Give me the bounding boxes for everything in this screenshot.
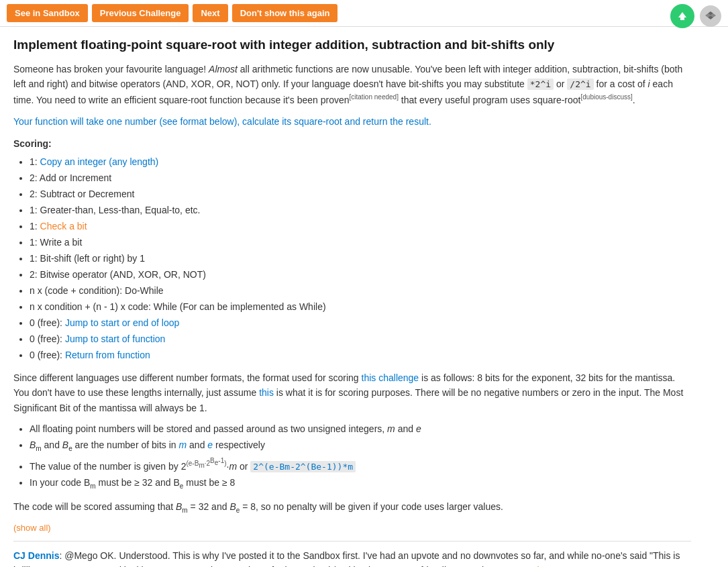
intro-mid: or	[554, 79, 567, 89]
scoring-item-11: 0 (free): Jump to start or end of loop	[30, 316, 691, 330]
top-bar: See in Sandbox Previous Challenge Next D…	[0, 0, 728, 27]
intro-part2: for a cost of	[594, 79, 648, 89]
dropbox-icon[interactable]	[700, 5, 721, 27]
dont-show-button[interactable]: Don't show this again	[232, 4, 338, 22]
top-bar-right	[670, 4, 721, 28]
scoring-item-8: 2: Bitwise operator (AND, XOR, OR, NOT)	[30, 268, 691, 282]
scoring-list: 1: Copy an integer (any length) 2: Add o…	[30, 155, 691, 362]
sandbox-button[interactable]: See in Sandbox	[7, 4, 88, 22]
main-content: Implement floating-point square-root wit…	[0, 27, 705, 567]
scoring-label: Scoring:	[13, 136, 691, 151]
scoring-item-1: 1: Copy an integer (any length)	[30, 155, 691, 169]
format-item-2: Bm and Be are the number of bits in m an…	[30, 438, 691, 454]
scoring-item-10: n x condition + (n - 1) x code: While (F…	[30, 300, 691, 314]
code2: /2^i	[567, 79, 593, 90]
format-item-3: The value of the number is given by 2(e-…	[30, 456, 691, 474]
scoring-item-13: 0 (free): Return from function	[30, 348, 691, 362]
scoring-item-3: 2: Subtract or Decrement	[30, 187, 691, 201]
scoring-item-12: 0 (free): Jump to start of function	[30, 332, 691, 346]
reputation-icon[interactable]	[670, 4, 694, 28]
format-item-1: All floating point numbers will be store…	[30, 422, 691, 436]
function-desc: Your function will take one number (see …	[13, 114, 691, 129]
intro-end: .	[633, 95, 635, 105]
scoring-item-5: 1: Check a bit	[30, 219, 691, 234]
prev-challenge-button[interactable]: Previous Challenge	[92, 4, 189, 22]
commenter-1-name[interactable]: CJ Dennis	[13, 550, 59, 561]
scoring-note: The code will be scored assuming that Bm…	[13, 499, 691, 516]
comment-1: CJ Dennis: @Mego OK. Understood. This is…	[13, 548, 691, 567]
intro-part1: Someone has broken your favourite langua…	[13, 64, 209, 74]
format-text: Since different languages use different …	[13, 370, 691, 415]
divider-1	[13, 541, 691, 542]
page-title: Implement floating-point square-root wit…	[13, 38, 691, 52]
citation: [citation needed]	[350, 93, 399, 101]
code1: *2^i	[527, 79, 554, 90]
scoring-item-7: 1: Bit-shift (left or right) by 1	[30, 252, 691, 266]
format-list: All floating point numbers will be store…	[30, 422, 691, 491]
format-item-4: In your code Bm must be ≥ 32 and Be must…	[30, 476, 691, 491]
intro-part3: that every useful program uses square-ro…	[399, 95, 581, 105]
scoring-item-6: 1: Write a bit	[30, 236, 691, 250]
next-button[interactable]: Next	[193, 4, 227, 22]
dubious: [dubious-discuss]	[580, 93, 632, 101]
scoring-item-9: n x (code + condition): Do-While	[30, 284, 691, 298]
scoring-item-2: 2: Add or Increment	[30, 171, 691, 185]
scoring-item-4: 1: Greater-than, Less-than, Equal-to, et…	[30, 203, 691, 217]
formula-code: 2^(e-Bm-2^(Be-1))*m	[250, 461, 356, 472]
comment-1-intro: : @Mego OK. Understood. This is why I've…	[59, 550, 649, 561]
show-all-link[interactable]: (show all)	[13, 523, 691, 533]
comment-section: CJ Dennis: @Mego OK. Understood. This is…	[13, 548, 691, 567]
intro-italic: Almost	[209, 64, 238, 74]
intro-paragraph: Someone has broken your favourite langua…	[13, 62, 691, 107]
